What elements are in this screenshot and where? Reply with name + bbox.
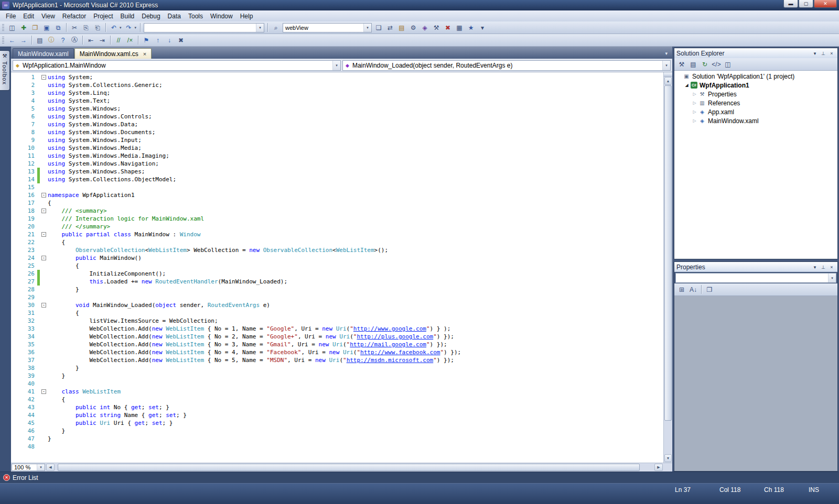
code-line[interactable]: 15 <box>11 183 663 191</box>
code-line[interactable]: 12using System.Windows.Navigation; <box>11 160 663 168</box>
horizontal-scroll-track[interactable] <box>56 464 653 471</box>
add-item-icon[interactable]: ✚ <box>18 23 29 33</box>
code-line[interactable]: 46 } <box>11 427 663 435</box>
maximize-button[interactable]: ▢ <box>799 0 813 8</box>
menu-file[interactable]: File <box>2 12 19 21</box>
previous-bookmark-icon[interactable]: ↑ <box>152 35 164 46</box>
view-code-icon[interactable]: </> <box>711 59 722 70</box>
tab-mainwindow-xaml[interactable]: MainWindow.xaml <box>13 48 74 59</box>
menu-project[interactable]: Project <box>90 12 116 21</box>
solution-explorer-titlebar[interactable]: Solution Explorer ▾ ⊥ × <box>674 48 837 58</box>
comment-icon[interactable]: // <box>113 35 124 46</box>
editor-splitter-handle[interactable] <box>664 72 672 76</box>
code-line[interactable]: 7using System.Windows.Data; <box>11 120 663 128</box>
cut-icon[interactable]: ✂ <box>69 23 80 33</box>
code-line[interactable]: 25 { <box>11 262 663 270</box>
menu-edit[interactable]: Edit <box>19 12 38 21</box>
undo-icon[interactable]: ↶ <box>108 23 120 33</box>
menu-window[interactable]: Window <box>207 12 236 21</box>
increase-indent-icon[interactable]: ⇥ <box>96 35 108 46</box>
collapse-region-icon[interactable]: - <box>41 256 46 260</box>
code-line[interactable]: 26 InitializeComponent(); <box>11 270 663 278</box>
view-designer-icon[interactable]: ◫ <box>722 59 734 70</box>
object-selector-combo[interactable]: ▾ <box>675 273 836 283</box>
code-line[interactable]: 32 listView.ItemsSource = WebCollection; <box>11 317 663 325</box>
toolbar-options-icon[interactable]: ▾ <box>477 23 488 33</box>
menu-data[interactable]: Data <box>164 12 185 21</box>
vertical-scrollbar[interactable]: ▲ ▼ <box>663 72 672 463</box>
menu-refactor[interactable]: Refactor <box>59 12 90 21</box>
code-line[interactable]: 43 public int No { get; set; } <box>11 403 663 411</box>
navigate-forward-icon[interactable]: → <box>18 35 29 46</box>
expand-arrow-icon[interactable]: ▷ <box>691 92 698 96</box>
code-line[interactable]: 11using System.Windows.Media.Imaging; <box>11 152 663 160</box>
menu-debug[interactable]: Debug <box>138 12 164 21</box>
code-line[interactable]: 9using System.Windows.Input; <box>11 136 663 144</box>
clear-bookmarks-icon[interactable]: ✖ <box>175 35 187 46</box>
complete-word-icon[interactable]: Ⓐ <box>69 35 80 46</box>
find-in-files-icon[interactable]: ❏ <box>373 23 384 33</box>
toolbox-window-icon[interactable]: ⚒ <box>431 23 442 33</box>
types-dropdown[interactable]: ◆ WpfApplication1.MainWindow ▾ <box>13 60 341 71</box>
code-line[interactable]: 2using System.Collections.Generic; <box>11 81 663 89</box>
collapse-region-icon[interactable]: - <box>41 303 46 308</box>
code-line[interactable]: 23 ObservableCollection<WebListItem> Web… <box>11 246 663 254</box>
panel-close-icon[interactable]: × <box>828 265 835 270</box>
categorized-icon[interactable]: ⊞ <box>676 284 687 295</box>
minimize-button[interactable]: ▬ <box>783 0 798 8</box>
tab-mainwindow-xaml-cs[interactable]: MainWindow.xaml.cs× <box>74 48 152 59</box>
save-all-icon[interactable]: ⧉ <box>52 23 64 33</box>
expand-arrow-icon[interactable]: ▷ <box>691 101 698 105</box>
code-line[interactable]: 47} <box>11 435 663 443</box>
properties-titlebar[interactable]: Properties ▾ ⊥ × <box>674 262 837 272</box>
panel-close-icon[interactable]: × <box>828 51 835 56</box>
error-list-icon[interactable]: ✖ <box>442 23 454 33</box>
tab-close-icon[interactable]: × <box>143 51 146 57</box>
scroll-down-icon[interactable]: ▼ <box>664 454 672 462</box>
start-page-icon[interactable]: ★ <box>465 23 477 33</box>
zoom-dropdown-arrow[interactable]: ▾ <box>37 464 45 470</box>
code-line[interactable]: 28 } <box>11 286 663 293</box>
window-menu-icon[interactable]: ▾ <box>811 51 819 56</box>
alphabetical-icon[interactable]: A↓ <box>687 284 699 295</box>
paste-icon[interactable]: ⎗ <box>92 23 103 33</box>
tree-item[interactable]: ▷◈MainWindow.xaml <box>674 116 837 125</box>
code-line[interactable]: 42 { <box>11 396 663 403</box>
code-line[interactable]: 6using System.Windows.Controls; <box>11 113 663 120</box>
code-line[interactable]: 33 WebCollection.Add(new WebListItem { N… <box>11 325 663 333</box>
types-dropdown-arrow[interactable]: ▾ <box>332 61 340 70</box>
collapse-region-icon[interactable]: - <box>41 389 46 394</box>
menu-view[interactable]: View <box>38 12 59 21</box>
pin-icon[interactable]: ⊥ <box>820 265 827 270</box>
toolbox-tab[interactable]: ⚒ Toolbox <box>0 50 10 91</box>
code-line[interactable]: 29 <box>11 293 663 301</box>
vertical-scroll-thumb[interactable] <box>664 85 672 421</box>
parameter-info-icon[interactable]: ⓘ <box>46 35 57 46</box>
code-line[interactable]: 35 WebCollection.Add(new WebListItem { N… <box>11 341 663 348</box>
expand-arrow-icon[interactable]: ▷ <box>691 118 698 123</box>
horizontal-scroll-thumb[interactable] <box>58 464 640 471</box>
redo-icon[interactable]: ↷ <box>123 23 135 33</box>
collapse-region-icon[interactable]: - <box>41 75 46 80</box>
code-lines[interactable]: 1-using System;2using System.Collections… <box>11 72 663 463</box>
quick-info-icon[interactable]: ? <box>57 35 69 46</box>
properties-window-icon[interactable]: ⚙ <box>407 23 419 33</box>
code-line[interactable]: 18- /// <summary> <box>11 207 663 215</box>
code-line[interactable]: 39 } <box>11 372 663 380</box>
menu-tools[interactable]: Tools <box>185 12 207 21</box>
menu-help[interactable]: Help <box>236 12 257 21</box>
find-combo-arrow[interactable]: ▾ <box>363 24 371 32</box>
code-line[interactable]: 27 this.Loaded += new RoutedEventHandler… <box>11 278 663 286</box>
code-line[interactable]: 16-namespace WpfApplication1 <box>11 191 663 199</box>
open-file-icon[interactable]: ❐ <box>29 23 41 33</box>
code-line[interactable]: 48 <box>11 443 663 451</box>
scroll-left-icon[interactable]: ◀ <box>46 464 55 471</box>
uncomment-icon[interactable]: /× <box>124 35 136 46</box>
code-line[interactable]: 38 } <box>11 364 663 372</box>
pin-icon[interactable]: ⊥ <box>820 51 827 56</box>
tree-item[interactable]: ▣Solution 'WpfApplication1' (1 project) <box>674 72 837 81</box>
code-line[interactable]: 14using System.Collections.ObjectModel; <box>11 176 663 183</box>
find-combo[interactable]: webView▾ <box>283 23 372 32</box>
object-browser-icon[interactable]: ◈ <box>419 23 431 33</box>
code-line[interactable]: 21- public partial class MainWindow : Wi… <box>11 231 663 238</box>
